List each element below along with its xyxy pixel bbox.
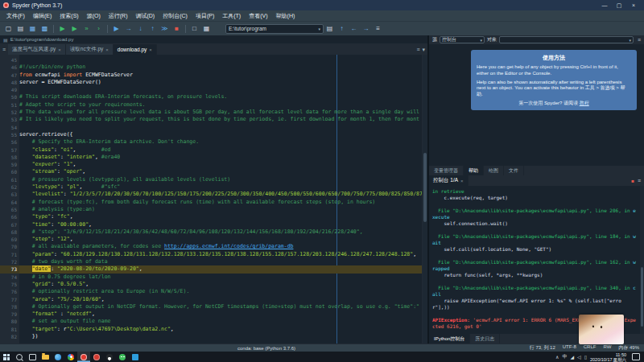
toolbar-options-icon[interactable]: ≡ <box>373 23 383 34</box>
console-options-icon[interactable]: ≡ <box>638 178 641 183</box>
spyder-logo-icon <box>3 2 9 8</box>
run-selection-icon[interactable]: › <box>93 23 104 34</box>
run-cell-icon[interactable]: ▶ <box>69 23 80 34</box>
code-line: # Optionally get output in NetCDF format… <box>19 303 423 311</box>
console-line: File "D:\Anaconda\lib\site-packages\ecmw… <box>432 285 638 298</box>
tutorial-link[interactable]: 教程 <box>580 101 589 105</box>
toolbar-separator <box>53 25 54 33</box>
minimize-button[interactable]: — <box>597 0 612 10</box>
taskbar-wechat-button[interactable] <box>116 352 129 362</box>
run-icon[interactable]: ▶ <box>57 23 68 34</box>
taskbar-explorer-button[interactable] <box>39 352 52 362</box>
console-scrollbar-thumb[interactable] <box>641 267 643 327</box>
debug-icon[interactable]: ▶ <box>111 23 122 34</box>
taskbar-clock[interactable]: 11:50 2020/10/17星期六 <box>590 352 626 362</box>
help-options-icon[interactable]: ≡ <box>638 37 641 43</box>
menu-bar: 文件(F)编辑(E)搜索(S)源(O)运行(R)调试(D)控制台(C)项目(P)… <box>0 10 644 22</box>
volume-icon[interactable]: ◁ <box>577 354 581 360</box>
console-scrollbar[interactable] <box>640 186 644 334</box>
menu-item-4[interactable]: 源(O) <box>83 10 105 21</box>
pane-tab-3[interactable]: 绘图 <box>484 166 504 175</box>
save-icon[interactable]: ▦ <box>27 23 38 34</box>
taskbar-edge-button[interactable] <box>52 352 64 362</box>
close-console-icon[interactable]: × <box>460 179 464 183</box>
continue-icon[interactable]: ≫ <box>159 23 170 34</box>
menu-item-5[interactable]: 运行(R) <box>105 10 132 21</box>
console-line <box>432 253 638 259</box>
pane-tab-4[interactable]: 文件 <box>504 166 524 175</box>
split-editor-icon[interactable]: ▾ <box>422 47 425 53</box>
menu-item-1[interactable]: 文件(F) <box>2 10 29 21</box>
code-area[interactable]: #!/usr/bin/env pythonfrom ecmwfapi impor… <box>19 55 423 343</box>
maximize-pane-icon[interactable]: □ <box>189 23 200 34</box>
browse-working-dir-icon[interactable]: ▤ <box>324 23 335 34</box>
code-line: "levelist": "1/2/3/5/7/10/20/30/50/70/10… <box>19 191 423 198</box>
windows-taskbar: ∧ 中 ◢ ◁ ▯ 11:50 2020/10/17星期六 <box>0 352 644 362</box>
menu-item-11[interactable]: 帮助(H) <box>272 10 299 21</box>
taskbar-spyder-button[interactable] <box>77 352 90 362</box>
editor-tab-3[interactable]: download.py× <box>114 44 157 55</box>
back-dir-icon[interactable]: ← <box>349 23 359 34</box>
browse-tabs-icon[interactable]: ≡ <box>2 47 6 52</box>
code-line: # Specify the ERA-Interim data archive. … <box>19 138 423 146</box>
start-button[interactable] <box>0 352 13 362</box>
open-file-icon[interactable]: ▤ <box>15 23 26 34</box>
code-line: # It is likely you need to split your re… <box>19 116 423 123</box>
ipython-console[interactable]: in retrieve c.execute(req, target) File … <box>429 186 644 334</box>
step-over-icon[interactable]: → <box>123 23 134 34</box>
menu-item-2[interactable]: 编辑(E) <box>29 10 56 21</box>
code-line: # in 0.75 degrees lat/lon <box>19 274 423 281</box>
console-area-tab-1[interactable]: IPython控制台 <box>429 334 470 343</box>
taskbar-vscode-button[interactable] <box>129 352 142 362</box>
close-button[interactable]: × <box>626 0 641 10</box>
editor-options-icon[interactable]: ≡ <box>416 47 419 52</box>
network-icon[interactable]: ◢ <box>570 354 574 360</box>
object-combobox[interactable]: ▾ <box>499 36 634 43</box>
editor-tab-bar: ≡ 温度与气压风速.py×读取nc文件.py×download.py× ≡ ▾ <box>0 44 427 55</box>
close-tab-icon[interactable]: × <box>149 47 152 52</box>
file-icon: ▤ <box>3 37 8 43</box>
editor-tab-2[interactable]: 读取nc文件.py× <box>66 44 114 55</box>
taskbar-chrome-button[interactable] <box>64 352 77 362</box>
console-area-tab-2[interactable]: 历史日志 <box>470 334 500 343</box>
code-editor[interactable]: 4546474849505152535455565758596061626364… <box>0 55 427 343</box>
task-view-button[interactable] <box>26 352 39 362</box>
source-value: 控制台 <box>442 36 456 43</box>
menu-item-6[interactable]: 调试(D) <box>131 10 159 21</box>
source-select[interactable]: 控制台 ▾ <box>440 36 485 43</box>
go-up-dir-icon[interactable]: ↑ <box>336 23 347 34</box>
taskbar-netease-music-button[interactable] <box>90 352 103 362</box>
maximize-button[interactable]: ▢ <box>612 0 626 10</box>
pane-tab-2[interactable]: 帮助 <box>464 166 484 175</box>
menu-item-10[interactable]: 查看(V) <box>245 10 271 21</box>
step-return-icon[interactable]: ↑ <box>147 23 158 34</box>
console-line <box>432 201 638 208</box>
console-tab[interactable]: 控制台 1/A × <box>429 175 469 186</box>
interpreter-status[interactable]: conda: base (Python 3.7.6) <box>237 346 295 351</box>
forward-dir-icon[interactable]: → <box>361 23 371 34</box>
working-directory-combobox[interactable]: E:\tutor\program ▾ <box>225 24 324 34</box>
tray-expand-icon[interactable]: ∧ <box>555 354 559 360</box>
menu-item-8[interactable]: 项目(P) <box>192 10 218 21</box>
editor-scrollbar[interactable] <box>422 55 427 343</box>
run-cell-advance-icon[interactable]: » <box>81 23 92 34</box>
taskbar-qq-button[interactable] <box>103 352 116 362</box>
close-tab-icon[interactable]: × <box>58 47 61 52</box>
menu-item-7[interactable]: 控制台(C) <box>159 10 192 21</box>
step-into-icon[interactable]: ↓ <box>135 23 146 34</box>
ime-indicator[interactable]: 中 <box>562 353 567 360</box>
editor-scrollbar-thumb[interactable] <box>423 153 427 222</box>
pane-tab-1[interactable]: 变量管理器 <box>429 166 464 175</box>
close-tab-icon[interactable]: × <box>105 47 109 52</box>
menu-item-9[interactable]: 工具(T) <box>218 10 245 21</box>
battery-icon[interactable]: ▯ <box>584 354 587 360</box>
save-all-icon[interactable]: ▩ <box>39 23 50 34</box>
interrupt-kernel-icon[interactable]: ■ <box>631 179 634 183</box>
stop-icon[interactable]: ■ <box>171 23 182 34</box>
taskbar-search-button[interactable] <box>13 352 26 362</box>
window-layout-icon[interactable]: ▦ <box>201 23 212 34</box>
menu-item-3[interactable]: 搜索(S) <box>56 10 82 21</box>
editor-tab-1[interactable]: 温度与气压风速.py× <box>8 44 66 55</box>
new-file-icon[interactable]: ▢ <box>3 23 14 34</box>
notification-center-icon[interactable] <box>632 353 640 360</box>
